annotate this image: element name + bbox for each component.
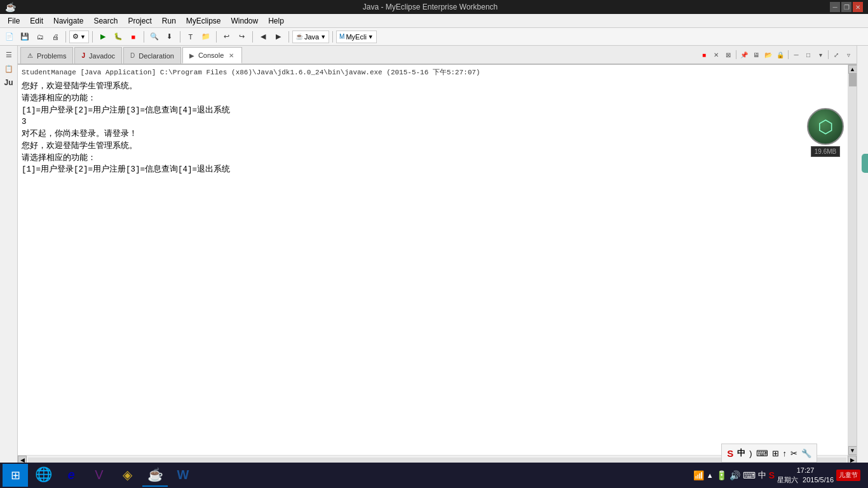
menu-file[interactable]: File	[3, 14, 25, 27]
close-button[interactable]: ✕	[853, 2, 863, 12]
app-icon: ☕	[5, 2, 16, 12]
restore-button[interactable]: ❐	[841, 2, 851, 12]
start-button[interactable]: ⊞	[3, 464, 28, 487]
myecli-dropdown-arrow: ▼	[368, 34, 374, 40]
menu-navigate[interactable]: Navigate	[48, 14, 88, 27]
next-button[interactable]: ⬇	[163, 30, 177, 44]
menu-bar: File Edit Navigate Search Project Run My…	[0, 14, 868, 28]
declaration-icon: D	[130, 52, 135, 59]
green-leaf-accent[interactable]	[862, 154, 868, 173]
stop-button[interactable]: ■	[126, 30, 140, 44]
display-selected-btn[interactable]: 🖥	[750, 49, 762, 60]
maximize-panel-btn[interactable]: □	[803, 49, 814, 60]
tray-volume[interactable]: 🔊	[729, 470, 740, 480]
save-button[interactable]: 💾	[18, 30, 32, 44]
sidebar-icon-ju[interactable]: Ju	[3, 76, 15, 89]
java-dropdown-arrow: ▼	[320, 34, 326, 40]
restore-panel-btn[interactable]: ⤢	[831, 49, 842, 60]
menu-edit[interactable]: Edit	[25, 14, 48, 27]
menu-search[interactable]: Search	[88, 14, 123, 27]
perspective-dropdown[interactable]: ⚙ ▼	[69, 30, 89, 43]
date-value: 星期六 2015/5/16	[777, 475, 834, 485]
undo-button[interactable]: ↩	[220, 30, 234, 44]
tray-keyboard[interactable]: ⌨	[743, 470, 756, 480]
terminate-btn[interactable]: ✕	[710, 49, 722, 60]
taskbar-vs[interactable]: V	[86, 464, 112, 487]
myecli-dropdown[interactable]: M MyEcli ▼	[336, 30, 377, 43]
ime-icon-paren[interactable]: )	[749, 449, 752, 458]
java-dropdown[interactable]: ☕ Java ▼	[292, 30, 329, 43]
ime-icon-s: S	[727, 448, 733, 459]
menu-project[interactable]: Project	[123, 14, 156, 27]
menu-help[interactable]: Help	[263, 14, 289, 27]
console-line-4: 3	[22, 116, 844, 128]
ime-icon-grid[interactable]: ⊞	[772, 449, 779, 458]
tray-arrow[interactable]: ▲	[707, 471, 714, 479]
print-button[interactable]: 🖨	[48, 30, 62, 44]
tab-javadoc[interactable]: J Javadoc	[74, 47, 122, 64]
panel-view-btn[interactable]: ▿	[843, 49, 854, 60]
taskbar-league[interactable]: ◈	[114, 464, 140, 487]
tab-problems-label: Problems	[37, 52, 66, 60]
console-content: StudentManage [Java Application] C:\Prog…	[18, 65, 857, 455]
console-line-8: [1]=用户登录[2]=用户注册[3]=信息查询[4]=退出系统	[22, 164, 844, 176]
ime-bar: S 中 ) ⌨ ⊞ ↑ ✂ 🔧	[721, 444, 817, 463]
open-console-btn[interactable]: 📂	[763, 49, 774, 60]
redo-button[interactable]: ↪	[235, 30, 249, 44]
sep2	[92, 31, 93, 43]
ime-icon-cn[interactable]: 中	[737, 447, 745, 459]
ime-icon-keyboard[interactable]: ⌨	[756, 449, 768, 458]
view-menu-btn[interactable]: ▾	[815, 49, 826, 60]
console-close-btn[interactable]: ✕	[227, 51, 235, 60]
sidebar-icon-2[interactable]: 📋	[3, 62, 15, 75]
open-resource-button[interactable]: 📁	[199, 30, 213, 44]
minimize-panel-btn[interactable]: ─	[790, 49, 802, 60]
menu-window[interactable]: Window	[226, 14, 264, 27]
console-wrapper: StudentManage [Java Application] C:\Prog…	[18, 65, 857, 464]
tab-declaration[interactable]: D Declaration	[123, 47, 181, 64]
scroll-lock-btn[interactable]: 🔒	[775, 49, 786, 60]
ime-icon-settings[interactable]: 🔧	[801, 449, 811, 458]
edge-icon: 🌐	[35, 466, 52, 483]
taskbar-clock[interactable]: 17:27 星期六 2015/5/16	[777, 466, 834, 485]
taskbar-word[interactable]: W	[170, 464, 196, 487]
sidebar-icon-1[interactable]: ☰	[3, 48, 15, 61]
scroll-up-btn[interactable]: ▲	[848, 65, 857, 74]
ime-icon-up[interactable]: ↑	[783, 449, 787, 458]
myeclipse-icon: ☕	[147, 467, 163, 482]
taskbar-ie[interactable]: e	[58, 464, 84, 487]
open-type-button[interactable]: T	[184, 30, 198, 44]
scroll-thumb[interactable]	[849, 74, 857, 86]
tab-javadoc-label: Javadoc	[89, 52, 115, 60]
remove-terminated-btn[interactable]: ⊠	[722, 49, 734, 60]
java-label: Java	[304, 33, 319, 41]
prev-edit-button[interactable]: ◀	[256, 30, 270, 44]
scroll-down-btn[interactable]: ▼	[848, 446, 857, 455]
console-line-6: 您好，欢迎登陆学生管理系统。	[22, 140, 844, 152]
tray-battery[interactable]: 🔋	[716, 470, 727, 480]
ctrl-sep3	[828, 50, 829, 59]
tray-cn[interactable]: 中	[758, 470, 766, 481]
new-button[interactable]: 📄	[3, 30, 17, 44]
tray-wifi[interactable]: 📶	[693, 470, 704, 480]
sep8	[332, 31, 333, 43]
menu-myeclipse[interactable]: MyEclipse	[181, 14, 226, 27]
tab-problems[interactable]: ⚠ Problems	[20, 47, 73, 64]
save-all-button[interactable]: 🗂	[33, 30, 47, 44]
minimize-button[interactable]: ─	[830, 2, 840, 12]
tab-console[interactable]: ▶ Console ✕	[182, 47, 242, 64]
next-edit-button[interactable]: ▶	[271, 30, 285, 44]
menu-run[interactable]: Run	[157, 14, 181, 27]
taskbar-edge[interactable]: 🌐	[31, 464, 56, 487]
taskbar-myeclipse[interactable]: ☕	[142, 464, 168, 487]
javadoc-icon: J	[81, 52, 85, 59]
console-line-7: 请选择相应的功能：	[22, 152, 844, 165]
run-button[interactable]: ▶	[96, 30, 110, 44]
debug-button[interactable]: 🐛	[111, 30, 125, 44]
tray-s[interactable]: S	[769, 470, 775, 480]
pin-console-btn[interactable]: 📌	[738, 49, 750, 60]
ime-icon-scissors[interactable]: ✂	[790, 449, 797, 458]
stop-console-btn[interactable]: ■	[698, 49, 710, 60]
search-btn[interactable]: 🔍	[147, 30, 161, 44]
problems-icon: ⚠	[27, 52, 33, 59]
